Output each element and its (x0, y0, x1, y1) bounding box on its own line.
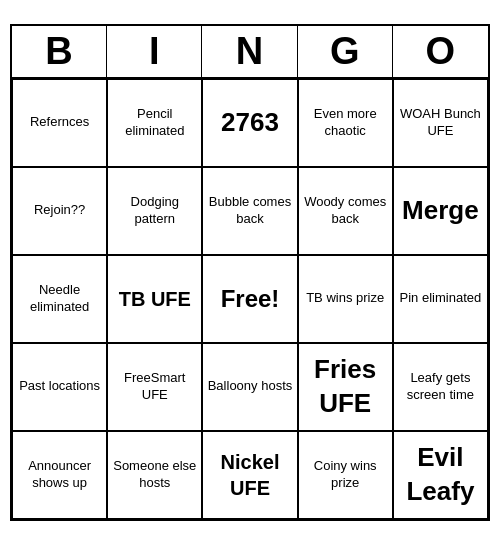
header-letter: O (393, 26, 488, 77)
bingo-cell: Past locations (12, 343, 107, 431)
bingo-cell: Free! (202, 255, 297, 343)
bingo-cell: TB UFE (107, 255, 202, 343)
bingo-cell: Someone else hosts (107, 431, 202, 519)
bingo-cell: Coiny wins prize (298, 431, 393, 519)
bingo-cell: Rejoin?? (12, 167, 107, 255)
header-letter: B (12, 26, 107, 77)
bingo-cell: Evil Leafy (393, 431, 488, 519)
bingo-cell: WOAH Bunch UFE (393, 79, 488, 167)
bingo-cell: Needle eliminated (12, 255, 107, 343)
header-letter: I (107, 26, 202, 77)
bingo-cell: Woody comes back (298, 167, 393, 255)
bingo-cell: FreeSmart UFE (107, 343, 202, 431)
bingo-cell: Dodging pattern (107, 167, 202, 255)
header-letter: G (298, 26, 393, 77)
bingo-cell: Even more chaotic (298, 79, 393, 167)
bingo-cell: Pencil eliminated (107, 79, 202, 167)
bingo-cell: Merge (393, 167, 488, 255)
bingo-cell: 2763 (202, 79, 297, 167)
bingo-card: BINGO ReferncesPencil eliminated2763Even… (10, 24, 490, 521)
bingo-cell: Bubble comes back (202, 167, 297, 255)
header-letter: N (202, 26, 297, 77)
bingo-cell: Nickel UFE (202, 431, 297, 519)
bingo-cell: Balloony hosts (202, 343, 297, 431)
bingo-cell: Announcer shows up (12, 431, 107, 519)
bingo-cell: Leafy gets screen time (393, 343, 488, 431)
bingo-cell: Refernces (12, 79, 107, 167)
bingo-grid: ReferncesPencil eliminated2763Even more … (12, 79, 488, 519)
bingo-cell: TB wins prize (298, 255, 393, 343)
bingo-cell: Fries UFE (298, 343, 393, 431)
bingo-cell: Pin eliminated (393, 255, 488, 343)
bingo-header: BINGO (12, 26, 488, 79)
